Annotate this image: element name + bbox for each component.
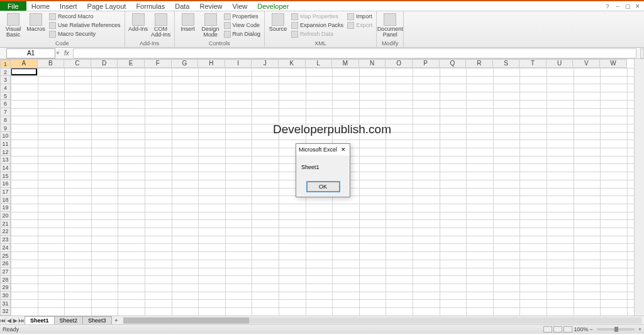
row-header[interactable]: 24	[0, 244, 11, 252]
col-header[interactable]: K	[279, 59, 306, 68]
zoom-in-button[interactable]: +	[638, 326, 641, 332]
row-header[interactable]: 3	[0, 76, 11, 84]
tab-review[interactable]: Review	[194, 1, 227, 11]
row-header[interactable]: 18	[0, 196, 11, 204]
design-mode-button[interactable]: Design Mode	[200, 12, 221, 38]
row-header[interactable]: 13	[0, 156, 11, 164]
row-header[interactable]: 12	[0, 148, 11, 157]
document-panel-button[interactable]: Document Panel	[379, 12, 401, 38]
horizontal-scrollbar[interactable]	[123, 317, 641, 324]
properties-button[interactable]: Properties	[223, 12, 262, 21]
record-macro-button[interactable]: Record Macro	[48, 12, 122, 21]
view-code-button[interactable]: View Code	[223, 21, 262, 30]
col-header[interactable]: R	[466, 59, 493, 68]
com-addins-button[interactable]: COM Add-Ins	[150, 12, 172, 38]
col-header[interactable]: H	[198, 59, 225, 68]
addins-button[interactable]: Add-Ins	[128, 12, 149, 32]
view-normal-button[interactable]	[543, 326, 552, 332]
restore-icon[interactable]: ▢	[624, 3, 631, 10]
min-icon[interactable]: –	[614, 3, 621, 10]
row-header[interactable]: 10	[0, 132, 11, 140]
sheet-tab-sheet2[interactable]: Sheet2	[54, 316, 84, 324]
use-relative-refs-button[interactable]: Use Relative References	[48, 21, 122, 30]
row-header[interactable]: 7	[0, 108, 11, 116]
tab-formulas[interactable]: Formulas	[131, 1, 170, 11]
col-header[interactable]: J	[252, 59, 279, 68]
source-button[interactable]: Source	[267, 12, 289, 32]
row-header[interactable]: 29	[0, 283, 11, 292]
tab-view[interactable]: View	[228, 1, 253, 11]
name-box[interactable]: A1	[6, 48, 55, 58]
col-header[interactable]: B	[38, 59, 65, 68]
row-header[interactable]: 20	[0, 212, 11, 220]
col-header[interactable]: L	[306, 59, 333, 68]
col-header[interactable]: P	[413, 59, 440, 68]
formula-expand[interactable]	[640, 48, 644, 58]
col-header[interactable]: I	[225, 59, 252, 68]
col-header[interactable]: A	[11, 59, 38, 68]
col-header[interactable]: S	[493, 59, 520, 68]
tab-data[interactable]: Data	[170, 1, 194, 11]
zoom-slider[interactable]	[597, 328, 635, 331]
col-header[interactable]: W	[600, 59, 627, 68]
fx-label[interactable]: fx	[64, 50, 69, 57]
sheet-tab-sheet1[interactable]: Sheet1	[25, 316, 55, 324]
col-header[interactable]: N	[359, 59, 386, 68]
col-header[interactable]: G	[172, 59, 199, 68]
macros-button[interactable]: Macros	[25, 12, 47, 32]
view-break-button[interactable]	[564, 326, 572, 332]
macro-security-button[interactable]: Macro Security	[48, 30, 122, 38]
sheet-tab-sheet3[interactable]: Sheet3	[82, 316, 112, 324]
row-header[interactable]: 11	[0, 140, 11, 148]
row-header[interactable]: 27	[0, 268, 11, 276]
row-header[interactable]: 2	[0, 69, 11, 77]
col-header[interactable]: D	[91, 59, 118, 68]
visual-basic-button[interactable]: Visual Basic	[3, 12, 24, 38]
active-cell[interactable]	[11, 68, 37, 75]
row-header[interactable]: 22	[0, 228, 11, 236]
row-header[interactable]: 26	[0, 260, 11, 268]
row-header[interactable]: 1	[0, 60, 11, 69]
vertical-scrollbar[interactable]	[634, 59, 644, 316]
row-header[interactable]: 21	[0, 220, 11, 228]
ok-button[interactable]: OK	[307, 182, 340, 192]
row-header[interactable]: 4	[0, 84, 11, 92]
col-header[interactable]: O	[386, 59, 413, 68]
row-header[interactable]: 8	[0, 116, 11, 124]
tab-page-layout[interactable]: Page Layout	[82, 1, 131, 11]
row-header[interactable]: 30	[0, 292, 11, 300]
run-dialog-button[interactable]: Run Dialog	[223, 30, 262, 38]
tab-insert[interactable]: Insert	[55, 1, 82, 11]
row-header[interactable]: 31	[0, 300, 11, 308]
expansion-packs-button[interactable]: Expansion Packs	[290, 21, 345, 30]
zoom-out-button[interactable]: −	[589, 326, 592, 332]
tab-developer[interactable]: Developer	[252, 1, 294, 11]
sheet-nav[interactable]: ⏮◀▶⏭	[0, 317, 25, 324]
row-header[interactable]: 32	[0, 307, 11, 316]
col-header[interactable]: E	[118, 59, 145, 68]
row-header[interactable]: 25	[0, 252, 11, 260]
tab-home[interactable]: Home	[26, 1, 55, 11]
col-header[interactable]: V	[573, 59, 600, 68]
new-sheet-button[interactable]: ✦	[112, 317, 121, 324]
row-header[interactable]: 23	[0, 236, 11, 244]
view-layout-button[interactable]	[553, 326, 562, 332]
row-header[interactable]: 15	[0, 172, 11, 180]
row-header[interactable]: 6	[0, 100, 11, 108]
row-header[interactable]: 17	[0, 188, 11, 196]
col-header[interactable]: Q	[440, 59, 467, 68]
formula-bar[interactable]	[73, 48, 636, 58]
col-header[interactable]: U	[547, 59, 574, 68]
col-header[interactable]: C	[64, 59, 91, 68]
import-button[interactable]: Import	[346, 12, 374, 21]
col-header[interactable]: F	[145, 59, 172, 68]
col-header[interactable]: M	[332, 59, 359, 68]
close-icon[interactable]: ✕	[634, 3, 641, 10]
row-header[interactable]: 28	[0, 276, 11, 284]
row-header[interactable]: 19	[0, 204, 11, 212]
row-header[interactable]: 16	[0, 180, 11, 188]
tab-file[interactable]: File	[0, 1, 26, 11]
help-icon[interactable]: ?	[604, 3, 611, 10]
row-header[interactable]: 9	[0, 124, 11, 133]
col-header[interactable]: T	[519, 59, 547, 68]
